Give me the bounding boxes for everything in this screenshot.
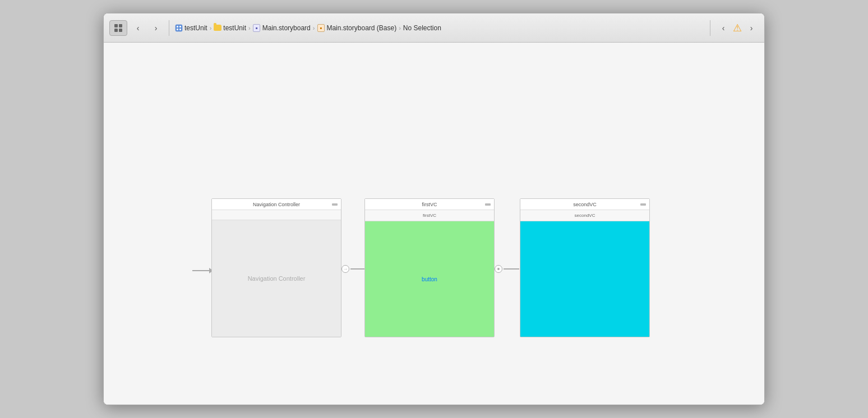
first-vc-navbar: firstVC [365, 210, 494, 221]
nav-controller-body: Navigation Controller [212, 220, 341, 337]
back-button[interactable]: ‹ [131, 21, 145, 35]
first-vc-minimize-btn[interactable] [485, 203, 491, 206]
storyboard-icon: ■ [253, 24, 261, 32]
breadcrumb-storyboard[interactable]: ■ Main.storyboard [253, 24, 311, 32]
project-icon [175, 24, 183, 32]
svg-rect-0 [114, 24, 118, 27]
second-vc-minimize-btn[interactable] [640, 203, 646, 206]
second-vc-body [520, 221, 649, 337]
second-vc-scene[interactable]: secondVC secondVC [520, 198, 650, 337]
first-vc-title: firstVC [422, 202, 437, 207]
nav-controller-body-label: Navigation Controller [248, 275, 306, 282]
second-vc-navbar: secondVC [520, 210, 649, 221]
svg-rect-3 [119, 29, 122, 32]
svg-rect-7 [177, 29, 178, 30]
nav-controller-navbar [212, 210, 341, 220]
first-vc-title-bar: firstVC [365, 199, 494, 210]
toolbar-forward-right[interactable]: › [744, 21, 759, 35]
breadcrumb-sep-1: › [210, 25, 212, 31]
toolbar-right-divider [710, 20, 710, 36]
forward-button[interactable]: › [149, 21, 163, 35]
toolbar-right: ‹ ⚠ › [716, 21, 759, 35]
breadcrumb-sep-4: › [399, 25, 401, 31]
first-vc-scene[interactable]: firstVC firstVC button [364, 198, 495, 337]
minimize-btn[interactable] [332, 203, 338, 206]
second-vc-title: secondVC [573, 202, 597, 207]
toolbar: ‹ › testUnit › [104, 13, 764, 43]
breadcrumb-folder[interactable]: testUnit [214, 24, 246, 32]
toolbar-divider [169, 20, 169, 36]
breadcrumb-storyboard-base-label: Main.storyboard (Base) [326, 24, 396, 32]
nav-controller-scene[interactable]: Navigation Controller Navigation Control… [211, 198, 341, 337]
second-vc-navbar-label: secondVC [575, 213, 595, 218]
segue-circle-push[interactable] [495, 265, 502, 273]
grid-button[interactable] [109, 20, 127, 36]
breadcrumb-no-selection-label: No Selection [403, 24, 441, 32]
breadcrumb-project-label: testUnit [184, 24, 207, 32]
breadcrumb-storyboard-base[interactable]: ■ Main.storyboard (Base) [317, 24, 396, 32]
entry-line [192, 270, 209, 271]
first-vc-body: button [365, 221, 494, 337]
segue-line-first [504, 268, 519, 270]
nav-controller-title-bar: Navigation Controller [212, 199, 341, 210]
nav-controller-title: Navigation Controller [253, 202, 300, 207]
breadcrumb-sep-3: › [313, 25, 315, 31]
svg-rect-4 [176, 25, 182, 31]
first-vc-navbar-label: firstVC [423, 213, 436, 218]
first-vc-button-label: button [422, 276, 437, 282]
storyboard-base-icon: ■ [317, 24, 325, 32]
breadcrumb-sep-2: › [248, 25, 251, 31]
breadcrumb-no-selection[interactable]: No Selection [403, 24, 441, 32]
segue-circle-nav[interactable]: → [341, 265, 349, 273]
svg-rect-8 [179, 29, 181, 30]
first-vc-button[interactable]: button [422, 276, 437, 282]
toolbar-back-right[interactable]: ‹ [716, 21, 731, 35]
folder-icon [214, 24, 221, 32]
svg-rect-6 [179, 26, 181, 27]
breadcrumb-project[interactable]: testUnit [175, 24, 207, 32]
storyboard-canvas[interactable]: Navigation Controller Navigation Control… [104, 43, 764, 405]
breadcrumb: testUnit › testUnit › ■ Main.storyboard … [175, 24, 704, 32]
breadcrumb-storyboard-label: Main.storyboard [262, 24, 311, 32]
svg-rect-1 [119, 24, 122, 27]
entry-arrow [192, 268, 213, 273]
second-vc-title-bar: secondVC [520, 199, 649, 210]
svg-rect-5 [177, 26, 178, 27]
xcode-window: ‹ › testUnit › [103, 13, 765, 405]
warning-icon: ⚠ [733, 22, 742, 34]
breadcrumb-folder-label: testUnit [223, 24, 246, 32]
svg-rect-2 [114, 29, 118, 32]
segue-line-nav [350, 268, 366, 270]
